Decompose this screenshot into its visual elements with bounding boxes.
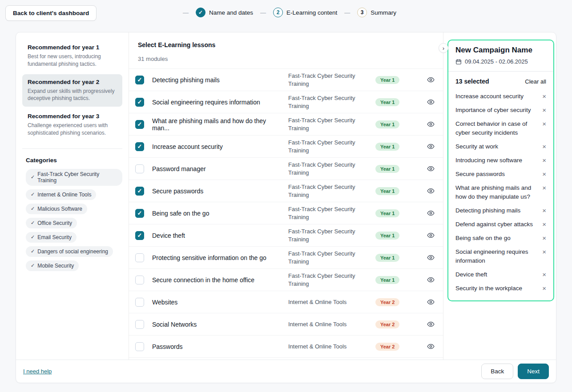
eye-icon[interactable] xyxy=(418,254,443,261)
year-badge: Year 1 xyxy=(375,276,399,284)
selected-item: Introducing new software × xyxy=(455,156,546,165)
stepper-step[interactable]: 3 Summary xyxy=(337,8,396,17)
eye-icon[interactable] xyxy=(418,343,443,350)
category-chip[interactable]: ✓ Fast-Track Cyber Security Training xyxy=(26,169,122,186)
selected-item-label: Security in the workplace xyxy=(455,284,522,293)
lesson-checkbox[interactable] xyxy=(135,142,144,151)
recommendation-title: Recommended for year 2 xyxy=(28,79,117,85)
category-chip-label: Fast-Track Cyber Security Training xyxy=(37,171,117,184)
year-badge: Year 1 xyxy=(375,254,399,262)
lesson-checkbox[interactable] xyxy=(135,276,144,284)
year-badge: Year 2 xyxy=(375,298,399,306)
remove-icon[interactable]: × xyxy=(542,248,546,256)
selected-item: Defend against cyber attacks × xyxy=(455,220,546,229)
lesson-row: Secure passwords Fast-Track Cyber Securi… xyxy=(129,180,443,202)
eye-icon[interactable] xyxy=(418,187,443,195)
lesson-category: Fast-Track Cyber Security Training xyxy=(288,161,375,176)
selected-item-label: Increase account security xyxy=(455,92,524,101)
lesson-checkbox[interactable] xyxy=(135,187,144,196)
year-badge: Year 1 xyxy=(375,165,399,173)
lesson-checkbox[interactable] xyxy=(135,76,144,84)
category-chip[interactable]: ✓ Mobile Security xyxy=(26,260,79,271)
collapse-panel-button[interactable]: › xyxy=(439,43,448,53)
category-chip-label: Email Security xyxy=(37,234,72,240)
remove-icon[interactable]: × xyxy=(542,206,546,215)
selected-item-list: Increase account security × Importance o… xyxy=(455,92,546,293)
selected-item-label: What are phishing mails and how do they … xyxy=(455,184,538,201)
summary-panel: New Campaign Name 09.04.2025 - 02.06.202… xyxy=(447,40,554,301)
eye-icon[interactable] xyxy=(418,143,443,150)
recommendation-item[interactable]: Recommended for year 2 Expand user skill… xyxy=(22,74,122,107)
lesson-checkbox[interactable] xyxy=(135,120,144,129)
selected-item: Security at work × xyxy=(455,142,546,151)
recommendation-list: Recommended for year 1 Best for new user… xyxy=(22,40,122,141)
remove-icon[interactable]: × xyxy=(542,184,546,192)
lesson-title: Passwords xyxy=(152,343,288,350)
eye-icon[interactable] xyxy=(418,120,443,128)
lesson-checkbox[interactable] xyxy=(135,209,144,218)
remove-icon[interactable]: × xyxy=(542,220,546,229)
category-chip[interactable]: ✓ Dangers of social engineering xyxy=(26,246,113,257)
lesson-title: What are phishing mails and how do they … xyxy=(152,117,288,132)
eye-icon[interactable] xyxy=(418,320,443,328)
recommendation-description: Expand user skills with progressively de… xyxy=(28,88,117,103)
step-number: 3 xyxy=(361,9,364,16)
category-chip[interactable]: ✓ Email Security xyxy=(26,232,77,243)
eye-icon[interactable] xyxy=(418,98,443,106)
remove-icon[interactable]: × xyxy=(542,270,546,279)
selected-item-label: Correct behavior in case of cyber securi… xyxy=(455,120,538,137)
lesson-category: Fast-Track Cyber Security Training xyxy=(288,116,375,132)
remove-icon[interactable]: × xyxy=(542,92,546,101)
lesson-row: Social Networks Internet & Online Tools … xyxy=(129,313,443,335)
lesson-row: Year 2 xyxy=(129,357,443,360)
remove-icon[interactable]: × xyxy=(542,156,546,165)
eye-icon[interactable] xyxy=(418,76,443,84)
lesson-row: Social engineering requires information … xyxy=(129,91,443,113)
category-chip[interactable]: ✓ Internet & Online Tools xyxy=(26,189,96,200)
lessons-column: Select E-Learning lessons 31 modules Det… xyxy=(129,32,443,360)
eye-icon[interactable] xyxy=(418,232,443,239)
lesson-checkbox[interactable] xyxy=(135,320,144,329)
date-range: 09.04.2025 - 02.06.2025 xyxy=(465,58,528,65)
help-link[interactable]: I need help xyxy=(23,368,52,375)
lesson-checkbox[interactable] xyxy=(135,98,144,107)
selected-count: 13 selected xyxy=(455,78,489,85)
stepper-step[interactable]: Name and dates xyxy=(176,8,253,17)
eye-icon[interactable] xyxy=(418,209,443,217)
back-to-dashboard-button[interactable]: Back to client's dashboard xyxy=(5,5,97,21)
remove-icon[interactable]: × xyxy=(542,170,546,179)
lesson-checkbox[interactable] xyxy=(135,253,144,262)
lesson-checkbox[interactable] xyxy=(135,298,144,307)
remove-icon[interactable]: × xyxy=(542,106,546,115)
remove-icon[interactable]: × xyxy=(542,120,546,128)
eye-icon[interactable] xyxy=(418,298,443,306)
lesson-category: Internet & Online Tools xyxy=(288,298,375,306)
recommendation-item[interactable]: Recommended for year 1 Best for new user… xyxy=(22,40,122,72)
lesson-checkbox[interactable] xyxy=(135,231,144,240)
selected-item: Being safe on the go × xyxy=(455,234,546,243)
remove-icon[interactable]: × xyxy=(542,234,546,243)
main-card: Recommended for year 1 Best for new user… xyxy=(16,32,556,383)
clear-all-button[interactable]: Clear all xyxy=(525,78,546,85)
next-button[interactable]: Next xyxy=(518,364,549,379)
recommendation-item[interactable]: Recommended for year 3 Challenge experie… xyxy=(22,108,122,141)
year-badge: Year 1 xyxy=(375,76,399,84)
category-chip[interactable]: ✓ Office Security xyxy=(26,218,77,228)
category-chip-list: ✓ Fast-Track Cyber Security Training ✓ I… xyxy=(26,169,122,275)
remove-icon[interactable]: × xyxy=(542,284,546,293)
lesson-checkbox[interactable] xyxy=(135,164,144,173)
eye-icon[interactable] xyxy=(418,276,443,284)
step-label: Name and dates xyxy=(209,9,253,16)
calendar-icon xyxy=(455,59,462,65)
remove-icon[interactable]: × xyxy=(542,142,546,151)
lesson-row: Websites Internet & Online Tools Year 2 xyxy=(129,291,443,313)
back-button[interactable]: Back xyxy=(481,364,513,379)
eye-icon[interactable] xyxy=(418,165,443,172)
stepper-step[interactable]: 2 E-Learning content xyxy=(253,8,337,17)
year-badge: Year 1 xyxy=(375,143,399,151)
lesson-row: Password manager Fast-Track Cyber Securi… xyxy=(129,157,443,180)
category-chip[interactable]: ✓ Malicious Software xyxy=(26,204,87,214)
lesson-title: Detecting phishing mails xyxy=(152,76,288,84)
lesson-checkbox[interactable] xyxy=(135,342,144,351)
lesson-title: Secure passwords xyxy=(152,188,288,195)
